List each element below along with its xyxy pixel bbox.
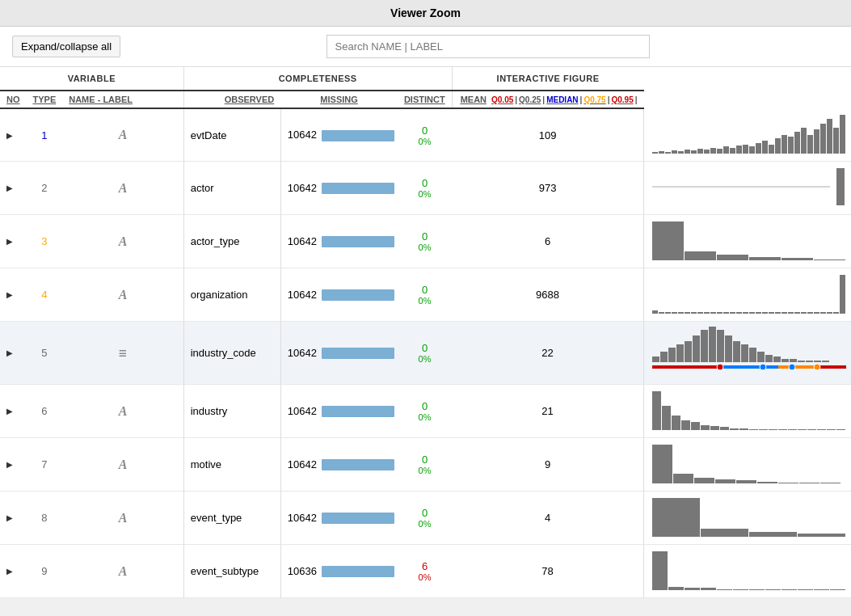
variable-name: actor (183, 162, 280, 215)
col-header-type: TYPE (27, 91, 63, 108)
distinct-cell: 22 (452, 322, 643, 385)
svg-rect-133 (685, 588, 700, 590)
svg-rect-32 (652, 222, 684, 260)
expand-arrow[interactable]: ▶ (0, 322, 27, 385)
svg-rect-112 (788, 429, 797, 430)
svg-rect-79 (741, 344, 748, 362)
variable-name: motive (183, 438, 280, 492)
svg-rect-57 (775, 312, 781, 314)
svg-rect-93 (817, 365, 846, 369)
svg-rect-92 (778, 365, 817, 369)
svg-rect-52 (743, 312, 748, 314)
svg-rect-22 (794, 132, 800, 154)
variable-name: event_type (183, 492, 280, 545)
svg-rect-137 (749, 589, 765, 590)
svg-rect-131 (652, 551, 668, 590)
svg-rect-135 (717, 589, 732, 590)
col-header-no: NO (0, 91, 27, 108)
svg-rect-120 (694, 478, 714, 483)
type-icon: A (62, 268, 183, 322)
svg-rect-99 (662, 406, 671, 430)
svg-rect-105 (720, 427, 729, 430)
expand-arrow[interactable]: ▶ (0, 215, 27, 268)
svg-rect-134 (701, 588, 716, 590)
completeness-bar (322, 566, 394, 577)
svg-rect-109 (759, 429, 768, 430)
svg-rect-3 (672, 150, 677, 154)
row-number: 3 (27, 215, 63, 268)
observed-cell: 10642 (280, 108, 398, 162)
svg-rect-33 (685, 251, 716, 260)
svg-rect-10 (717, 149, 723, 154)
svg-rect-40 (665, 312, 671, 314)
svg-rect-44 (691, 312, 697, 314)
col-header-figure: MEAN Q0.05 | Q0.25 | MEDIAN | Q0.75 | Q0… (452, 91, 643, 108)
svg-rect-78 (733, 341, 740, 362)
svg-rect-89 (822, 361, 829, 362)
expand-collapse-btn[interactable]: Expand/collapse all (12, 36, 120, 57)
svg-rect-26 (820, 124, 826, 154)
svg-rect-17 (762, 141, 768, 154)
svg-rect-41 (672, 312, 677, 314)
svg-rect-16 (756, 143, 761, 154)
svg-rect-23 (801, 128, 807, 154)
completeness-bar (322, 406, 394, 417)
svg-rect-118 (652, 445, 672, 483)
variable-name: organization (183, 268, 280, 322)
svg-rect-83 (773, 357, 781, 362)
expand-arrow[interactable]: ▶ (0, 438, 27, 492)
svg-rect-64 (820, 312, 826, 314)
missing-cell: 00% (398, 322, 452, 385)
expand-arrow[interactable]: ▶ (0, 162, 27, 215)
row-number: 8 (27, 492, 63, 545)
svg-rect-130 (798, 534, 845, 537)
svg-rect-76 (717, 330, 724, 362)
svg-rect-73 (693, 335, 700, 362)
row-number: 7 (27, 438, 63, 492)
svg-rect-18 (769, 145, 774, 154)
svg-rect-88 (814, 361, 821, 362)
svg-rect-132 (668, 587, 684, 590)
svg-rect-61 (801, 312, 807, 314)
svg-rect-136 (733, 589, 748, 590)
missing-cell: 00% (398, 268, 452, 322)
svg-rect-24 (807, 135, 813, 154)
table-row: ▶9Aevent_subtype1063660%78 (0, 545, 851, 598)
expand-arrow[interactable]: ▶ (0, 268, 27, 322)
figure-cell (644, 438, 851, 492)
svg-rect-36 (781, 258, 813, 260)
svg-rect-106 (730, 428, 739, 430)
type-icon: A (62, 108, 183, 162)
table-row: ▶5≡industry_code1064200%22 (0, 322, 851, 385)
observed-cell: 10636 (280, 545, 398, 598)
missing-cell: 00% (398, 438, 452, 492)
svg-rect-87 (806, 361, 813, 362)
svg-rect-102 (691, 422, 700, 430)
distinct-cell: 973 (452, 162, 643, 215)
svg-rect-66 (833, 312, 839, 314)
col-header-observed: OBSERVED (183, 91, 280, 108)
svg-rect-116 (827, 429, 836, 430)
observed-cell: 10642 (280, 385, 398, 438)
distinct-cell: 6 (452, 215, 643, 268)
completeness-bar (322, 513, 394, 524)
missing-cell: 00% (398, 108, 452, 162)
svg-rect-56 (769, 312, 774, 314)
expand-arrow[interactable]: ▶ (0, 385, 27, 438)
missing-cell: 00% (398, 162, 452, 215)
svg-rect-115 (817, 429, 826, 430)
expand-arrow[interactable]: ▶ (0, 108, 27, 162)
svg-rect-46 (704, 312, 710, 314)
svg-rect-84 (781, 359, 789, 362)
svg-rect-9 (710, 148, 716, 154)
search-input[interactable] (326, 35, 650, 58)
svg-rect-80 (749, 348, 756, 362)
expand-arrow[interactable]: ▶ (0, 492, 27, 545)
svg-rect-114 (807, 429, 816, 430)
expand-arrow[interactable]: ▶ (0, 545, 27, 598)
svg-rect-47 (710, 312, 716, 314)
svg-rect-28 (833, 128, 839, 154)
row-number: 6 (27, 385, 63, 438)
svg-rect-100 (672, 416, 680, 430)
type-icon: A (62, 162, 183, 215)
